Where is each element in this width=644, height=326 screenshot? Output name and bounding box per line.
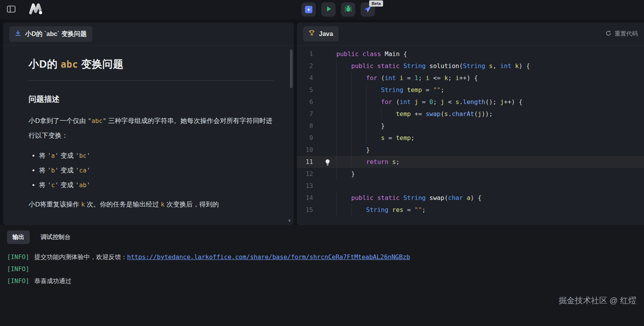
problem-tab[interactable]: 小D的 `abc` 变换问题	[9, 26, 92, 42]
line-number: 5	[297, 84, 321, 96]
editor-panel-header: Java 重置代码	[297, 22, 644, 46]
code-text	[321, 180, 644, 192]
code-text: String res = "";	[321, 204, 644, 216]
indent-guide	[351, 204, 366, 216]
debug-button[interactable]	[341, 2, 355, 17]
text-segment: 小D的	[29, 58, 61, 70]
log-row: [INFO]	[7, 263, 637, 275]
language-selector[interactable]: Java	[303, 26, 339, 41]
scrollbar-thumb[interactable]	[290, 49, 293, 88]
indent-guide	[351, 72, 366, 84]
run-button[interactable]	[321, 2, 336, 17]
code-line[interactable]: 2public static String solution(String s,…	[297, 60, 644, 72]
indent-guide	[336, 192, 351, 204]
text-segment: 提交功能内测体验中，欢迎反馈：	[34, 254, 127, 260]
indent-guide	[381, 108, 396, 120]
text-segment: c	[51, 181, 55, 189]
text-segment: '	[87, 167, 90, 174]
text-segment: bc	[79, 152, 87, 159]
code-editor[interactable]: 1public class Main {2public static Strin…	[297, 46, 644, 225]
text-segment: ca	[79, 167, 87, 174]
code-line[interactable]: 14public static String swap(char a) {	[297, 192, 644, 204]
indent-guide	[351, 108, 366, 120]
scroll-down-arrow[interactable]: ▼	[288, 218, 291, 223]
line-number: 15	[297, 204, 321, 216]
code-line[interactable]: 5String temp = "";	[297, 84, 644, 96]
code-line[interactable]: 6for (int j = 0; j < s.length(); j++) {	[297, 96, 644, 108]
section-heading: 问题描述	[29, 94, 274, 104]
problem-paragraph: 小D将重复该操作 k 次。你的任务是输出经过 k 次变换后，得到的	[29, 197, 274, 212]
indent-guide	[366, 108, 381, 120]
watermark: 掘金技术社区 @ 红熤	[559, 295, 636, 306]
list-item: 将 'b' 变成 'ca'	[39, 166, 274, 176]
marscode-logo	[27, 3, 45, 16]
text-segment: 变成	[59, 167, 75, 174]
code-line[interactable]: 4for (int i = 1; i <= k; i++) {	[297, 72, 644, 84]
lightbulb-icon[interactable]	[325, 158, 331, 166]
main-row: 小D的 `abc` 变换问题 小D的 abc 变换问题 问题描述 小D拿到了一个…	[3, 22, 644, 225]
code-text: s = temp;	[321, 132, 644, 144]
indent-guide	[351, 156, 366, 168]
code-line[interactable]: 12}	[297, 168, 644, 180]
editor-panel: Java 重置代码 1public class Main {2public st…	[297, 22, 644, 225]
code-text: temp += swap(s.charAt(j));	[321, 108, 644, 120]
text-segment: 将	[39, 167, 48, 174]
text-segment: '	[48, 181, 51, 189]
text-segment: "	[88, 117, 92, 125]
code-line[interactable]: 11return s;	[297, 156, 644, 168]
text-segment: '	[75, 152, 79, 159]
code-line[interactable]: 13	[297, 180, 644, 192]
add-button[interactable]: +	[302, 2, 316, 17]
log-row: [INFO]恭喜成功通过	[7, 275, 637, 287]
line-number: 10	[297, 144, 321, 156]
refresh-icon	[605, 30, 612, 38]
indent-guide	[366, 132, 381, 144]
code-text: }	[321, 144, 644, 156]
indent-guide	[336, 132, 351, 144]
code-line[interactable]: 7temp += swap(s.charAt(j));	[297, 108, 644, 120]
indent-guide	[336, 120, 351, 132]
log-link[interactable]: https://bytedance.larkoffice.com/share/b…	[127, 253, 410, 261]
log-level-badge: [INFO]	[7, 277, 29, 285]
problem-panel-header: 小D的 `abc` 变换问题	[3, 22, 294, 46]
line-number: 9	[297, 132, 321, 144]
line-number: 12	[297, 168, 321, 180]
code-line[interactable]: 8}	[297, 120, 644, 132]
indent-guide	[336, 72, 351, 84]
indent-guide	[336, 144, 351, 156]
sidebar-toggle-button[interactable]	[5, 4, 17, 15]
text-segment: abc	[61, 59, 78, 70]
indent-guide	[366, 84, 381, 96]
problem-content: 小D的 abc 变换问题 问题描述 小D拿到了一个仅由 "abc" 三种字母组成…	[3, 46, 294, 225]
code-text: public class Main {	[321, 48, 644, 60]
indent-guide	[336, 84, 351, 96]
tab-debug-console[interactable]: 调试控制台	[41, 233, 71, 241]
text-segment: 恭喜成功通过	[34, 278, 72, 284]
indent-guide	[351, 84, 366, 96]
tab-output[interactable]: 输出	[7, 230, 30, 244]
text-segment: '	[87, 152, 90, 159]
code-line[interactable]: 1public class Main {	[297, 48, 644, 60]
reset-code-button[interactable]: 重置代码	[605, 30, 638, 38]
text-segment: '	[55, 152, 59, 159]
log-list: [INFO]提交功能内测体验中，欢迎反馈：https://bytedance.l…	[7, 251, 637, 287]
title-divider	[29, 80, 274, 81]
code-line[interactable]: 15String res = "";	[297, 204, 644, 216]
beta-badge: Beta	[369, 0, 383, 7]
code-line[interactable]: 9s = temp;	[297, 132, 644, 144]
indent-guide	[351, 132, 366, 144]
code-text: }	[321, 120, 644, 132]
line-number: 2	[297, 60, 321, 72]
text-segment: 将	[39, 181, 48, 189]
text-segment: '	[55, 181, 59, 189]
indent-guide	[351, 144, 366, 156]
submit-button[interactable]: Beta	[361, 2, 375, 17]
play-icon	[325, 5, 332, 14]
code-line[interactable]: 10}	[297, 144, 644, 156]
code-text: }	[321, 168, 644, 180]
line-number: 1	[297, 48, 321, 60]
indent-guide	[336, 156, 351, 168]
text-segment: b	[51, 167, 55, 174]
text-segment: k	[81, 201, 85, 208]
text-segment: 变成	[59, 152, 75, 159]
